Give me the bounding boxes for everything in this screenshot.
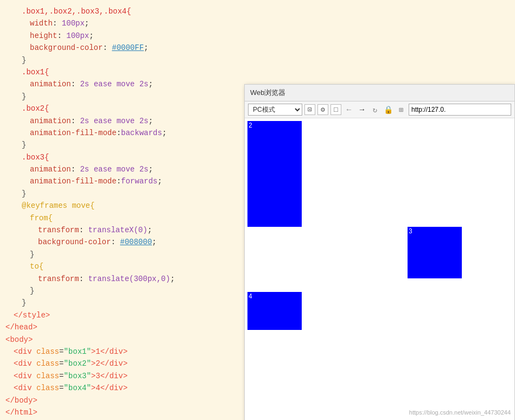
code-line: @keyframes move{ [0,200,239,212]
url-bar[interactable] [409,104,511,116]
code-line: <body> [0,334,239,346]
mode-select[interactable]: PC模式 [248,104,302,116]
code-line: height: 100px; [0,30,239,42]
code-line: </body> [0,394,239,406]
code-line: transform: translate(300px,0); [0,273,239,285]
refresh-icon[interactable]: ↻ [370,104,380,115]
browser-panel: Web浏览器 PC模式 ⊡ ⚙ □ ← → ↻ 🔒 ⊞ 234 [244,84,515,420]
grid-icon[interactable]: ⊞ [396,104,406,115]
browser-title-text: Web浏览器 [250,88,286,97]
settings-icon[interactable]: ⚙ [317,104,328,115]
code-line: .box3{ [0,151,239,163]
code-line: <div class="box3">3</div> [0,370,239,382]
code-line: <div class="box4">4</div> [0,382,239,394]
code-line: animation: 2s ease move 2s; [0,163,239,175]
code-line: animation: 2s ease move 2s; [0,115,239,127]
code-line: to{ [0,260,239,272]
code-line: transform: translateX(0); [0,224,239,236]
code-line: } [0,297,239,309]
code-line: } [0,91,239,103]
code-line: width: 100px; [0,17,239,29]
code-line: background-color: #0000FF; [0,42,239,54]
code-line: animation: 2s ease move 2s; [0,78,239,90]
code-panel: .box1,.box2,.box3,.box4{width: 100px;hei… [0,0,244,420]
code-line: } [0,139,239,151]
bookmark-icon[interactable]: ⊡ [304,104,315,115]
browser-content: 234 [245,118,514,420]
code-line: background-color: #008000; [0,236,239,248]
box-label: 3 [408,226,414,236]
lock-icon[interactable]: 🔒 [383,104,393,115]
box-label: 2 [247,120,253,130]
code-line: from{ [0,212,239,224]
code-line: } [0,188,239,200]
code-line: </head> [0,321,239,333]
box-label: 4 [247,291,253,301]
browser-box-box1: 2 [247,121,302,227]
browser-box-box4: 4 [247,292,302,330]
browser-toolbar[interactable]: PC模式 ⊡ ⚙ □ ← → ↻ 🔒 ⊞ [245,101,514,118]
code-line: .box2{ [0,103,239,114]
browser-title: Web浏览器 [245,85,514,101]
forward-icon[interactable]: → [357,104,367,115]
code-line: .box1{ [0,66,239,78]
code-line: } [0,249,239,260]
code-line: } [0,285,239,297]
browser-box-box3: 3 [408,227,462,278]
code-line: } [0,54,239,66]
code-line: </html> [0,406,239,418]
back-icon[interactable]: ← [344,104,354,115]
code-line: animation-fill-mode:forwards; [0,175,239,187]
code-line: <div class="box2">2</div> [0,358,239,370]
code-line: <div class="box1">1</div> [0,346,239,358]
watermark: https://blog.csdn.net/weixin_44730244 [409,409,511,416]
code-line: </style> [0,309,239,321]
window-icon[interactable]: □ [330,104,341,115]
code-line: animation-fill-mode:backwards; [0,127,239,139]
code-line: .box1,.box2,.box3,.box4{ [0,5,239,17]
